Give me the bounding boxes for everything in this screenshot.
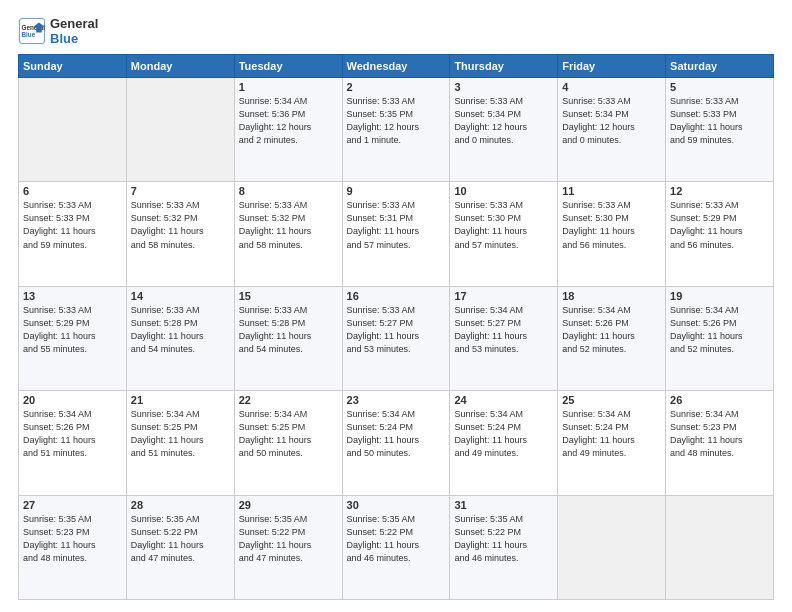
day-info: Sunrise: 5:33 AM Sunset: 5:32 PM Dayligh… — [131, 199, 230, 251]
calendar-cell: 25Sunrise: 5:34 AM Sunset: 5:24 PM Dayli… — [558, 391, 666, 495]
day-info: Sunrise: 5:34 AM Sunset: 5:23 PM Dayligh… — [670, 408, 769, 460]
header: General Blue General Blue — [18, 16, 774, 46]
day-info: Sunrise: 5:33 AM Sunset: 5:35 PM Dayligh… — [347, 95, 446, 147]
day-info: Sunrise: 5:34 AM Sunset: 5:27 PM Dayligh… — [454, 304, 553, 356]
calendar-week-5: 27Sunrise: 5:35 AM Sunset: 5:23 PM Dayli… — [19, 495, 774, 599]
col-header-friday: Friday — [558, 55, 666, 78]
day-info: Sunrise: 5:34 AM Sunset: 5:24 PM Dayligh… — [454, 408, 553, 460]
col-header-thursday: Thursday — [450, 55, 558, 78]
calendar-cell: 17Sunrise: 5:34 AM Sunset: 5:27 PM Dayli… — [450, 286, 558, 390]
day-number: 1 — [239, 81, 338, 93]
calendar-cell: 9Sunrise: 5:33 AM Sunset: 5:31 PM Daylig… — [342, 182, 450, 286]
day-number: 22 — [239, 394, 338, 406]
day-info: Sunrise: 5:33 AM Sunset: 5:34 PM Dayligh… — [454, 95, 553, 147]
day-number: 31 — [454, 499, 553, 511]
day-info: Sunrise: 5:34 AM Sunset: 5:36 PM Dayligh… — [239, 95, 338, 147]
calendar-cell: 31Sunrise: 5:35 AM Sunset: 5:22 PM Dayli… — [450, 495, 558, 599]
calendar-cell: 12Sunrise: 5:33 AM Sunset: 5:29 PM Dayli… — [666, 182, 774, 286]
day-info: Sunrise: 5:33 AM Sunset: 5:29 PM Dayligh… — [670, 199, 769, 251]
day-number: 10 — [454, 185, 553, 197]
day-number: 11 — [562, 185, 661, 197]
logo-text: General Blue — [50, 16, 98, 46]
day-info: Sunrise: 5:35 AM Sunset: 5:22 PM Dayligh… — [347, 513, 446, 565]
calendar-cell: 20Sunrise: 5:34 AM Sunset: 5:26 PM Dayli… — [19, 391, 127, 495]
day-info: Sunrise: 5:34 AM Sunset: 5:25 PM Dayligh… — [131, 408, 230, 460]
day-number: 14 — [131, 290, 230, 302]
day-number: 13 — [23, 290, 122, 302]
day-number: 21 — [131, 394, 230, 406]
day-number: 27 — [23, 499, 122, 511]
day-info: Sunrise: 5:33 AM Sunset: 5:34 PM Dayligh… — [562, 95, 661, 147]
day-number: 9 — [347, 185, 446, 197]
day-info: Sunrise: 5:33 AM Sunset: 5:32 PM Dayligh… — [239, 199, 338, 251]
calendar-week-1: 1Sunrise: 5:34 AM Sunset: 5:36 PM Daylig… — [19, 78, 774, 182]
col-header-wednesday: Wednesday — [342, 55, 450, 78]
calendar-cell: 27Sunrise: 5:35 AM Sunset: 5:23 PM Dayli… — [19, 495, 127, 599]
calendar-cell: 30Sunrise: 5:35 AM Sunset: 5:22 PM Dayli… — [342, 495, 450, 599]
day-number: 12 — [670, 185, 769, 197]
day-number: 23 — [347, 394, 446, 406]
calendar-cell: 26Sunrise: 5:34 AM Sunset: 5:23 PM Dayli… — [666, 391, 774, 495]
day-number: 8 — [239, 185, 338, 197]
calendar-cell: 18Sunrise: 5:34 AM Sunset: 5:26 PM Dayli… — [558, 286, 666, 390]
calendar-cell — [666, 495, 774, 599]
day-number: 24 — [454, 394, 553, 406]
calendar-cell: 2Sunrise: 5:33 AM Sunset: 5:35 PM Daylig… — [342, 78, 450, 182]
day-info: Sunrise: 5:33 AM Sunset: 5:28 PM Dayligh… — [239, 304, 338, 356]
day-number: 4 — [562, 81, 661, 93]
calendar-cell: 21Sunrise: 5:34 AM Sunset: 5:25 PM Dayli… — [126, 391, 234, 495]
day-info: Sunrise: 5:34 AM Sunset: 5:26 PM Dayligh… — [562, 304, 661, 356]
day-info: Sunrise: 5:34 AM Sunset: 5:24 PM Dayligh… — [562, 408, 661, 460]
day-number: 26 — [670, 394, 769, 406]
calendar-header-row: SundayMondayTuesdayWednesdayThursdayFrid… — [19, 55, 774, 78]
calendar-cell: 8Sunrise: 5:33 AM Sunset: 5:32 PM Daylig… — [234, 182, 342, 286]
calendar-week-2: 6Sunrise: 5:33 AM Sunset: 5:33 PM Daylig… — [19, 182, 774, 286]
day-info: Sunrise: 5:35 AM Sunset: 5:22 PM Dayligh… — [131, 513, 230, 565]
calendar-cell: 22Sunrise: 5:34 AM Sunset: 5:25 PM Dayli… — [234, 391, 342, 495]
calendar-cell: 10Sunrise: 5:33 AM Sunset: 5:30 PM Dayli… — [450, 182, 558, 286]
day-info: Sunrise: 5:34 AM Sunset: 5:24 PM Dayligh… — [347, 408, 446, 460]
day-number: 19 — [670, 290, 769, 302]
calendar-cell: 24Sunrise: 5:34 AM Sunset: 5:24 PM Dayli… — [450, 391, 558, 495]
day-info: Sunrise: 5:33 AM Sunset: 5:29 PM Dayligh… — [23, 304, 122, 356]
calendar-cell: 15Sunrise: 5:33 AM Sunset: 5:28 PM Dayli… — [234, 286, 342, 390]
calendar-cell: 16Sunrise: 5:33 AM Sunset: 5:27 PM Dayli… — [342, 286, 450, 390]
calendar-week-4: 20Sunrise: 5:34 AM Sunset: 5:26 PM Dayli… — [19, 391, 774, 495]
day-number: 16 — [347, 290, 446, 302]
day-number: 7 — [131, 185, 230, 197]
calendar-cell: 13Sunrise: 5:33 AM Sunset: 5:29 PM Dayli… — [19, 286, 127, 390]
day-number: 6 — [23, 185, 122, 197]
calendar-cell: 5Sunrise: 5:33 AM Sunset: 5:33 PM Daylig… — [666, 78, 774, 182]
day-number: 2 — [347, 81, 446, 93]
col-header-saturday: Saturday — [666, 55, 774, 78]
calendar-cell: 23Sunrise: 5:34 AM Sunset: 5:24 PM Dayli… — [342, 391, 450, 495]
day-info: Sunrise: 5:33 AM Sunset: 5:30 PM Dayligh… — [562, 199, 661, 251]
day-number: 30 — [347, 499, 446, 511]
day-info: Sunrise: 5:33 AM Sunset: 5:33 PM Dayligh… — [670, 95, 769, 147]
day-info: Sunrise: 5:33 AM Sunset: 5:31 PM Dayligh… — [347, 199, 446, 251]
day-info: Sunrise: 5:34 AM Sunset: 5:26 PM Dayligh… — [23, 408, 122, 460]
day-info: Sunrise: 5:35 AM Sunset: 5:23 PM Dayligh… — [23, 513, 122, 565]
day-number: 29 — [239, 499, 338, 511]
calendar-cell: 3Sunrise: 5:33 AM Sunset: 5:34 PM Daylig… — [450, 78, 558, 182]
day-info: Sunrise: 5:35 AM Sunset: 5:22 PM Dayligh… — [239, 513, 338, 565]
day-info: Sunrise: 5:33 AM Sunset: 5:33 PM Dayligh… — [23, 199, 122, 251]
col-header-tuesday: Tuesday — [234, 55, 342, 78]
calendar-table: SundayMondayTuesdayWednesdayThursdayFrid… — [18, 54, 774, 600]
calendar-cell: 14Sunrise: 5:33 AM Sunset: 5:28 PM Dayli… — [126, 286, 234, 390]
calendar-cell — [558, 495, 666, 599]
calendar-cell: 29Sunrise: 5:35 AM Sunset: 5:22 PM Dayli… — [234, 495, 342, 599]
col-header-sunday: Sunday — [19, 55, 127, 78]
day-info: Sunrise: 5:33 AM Sunset: 5:28 PM Dayligh… — [131, 304, 230, 356]
logo: General Blue General Blue — [18, 16, 98, 46]
day-info: Sunrise: 5:34 AM Sunset: 5:26 PM Dayligh… — [670, 304, 769, 356]
day-number: 25 — [562, 394, 661, 406]
calendar-cell: 1Sunrise: 5:34 AM Sunset: 5:36 PM Daylig… — [234, 78, 342, 182]
day-number: 28 — [131, 499, 230, 511]
calendar-page: General Blue General Blue SundayMondayTu… — [0, 0, 792, 612]
day-info: Sunrise: 5:34 AM Sunset: 5:25 PM Dayligh… — [239, 408, 338, 460]
day-number: 17 — [454, 290, 553, 302]
calendar-cell: 7Sunrise: 5:33 AM Sunset: 5:32 PM Daylig… — [126, 182, 234, 286]
day-info: Sunrise: 5:33 AM Sunset: 5:27 PM Dayligh… — [347, 304, 446, 356]
calendar-cell — [19, 78, 127, 182]
